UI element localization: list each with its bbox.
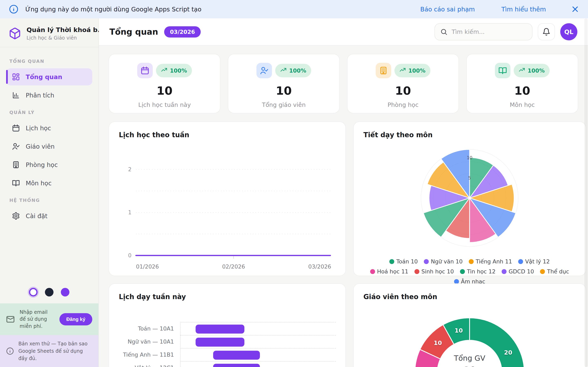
chart-card-teaching: Lịch dạy tuần này Toán — 10A1Ngữ văn — 1… (109, 284, 346, 367)
sidebar: Quản lý Thời khoá b... Lịch học & Giáo v… (0, 18, 99, 367)
sidebar-item-label: Phân tích (26, 92, 54, 99)
chart-title: Lịch dạy tuần này (119, 293, 336, 301)
info-icon (6, 347, 14, 355)
trend-badge: 100% (275, 64, 311, 77)
calendar-icon (137, 63, 153, 78)
legend-dot (469, 259, 474, 264)
stat-card-top: 100% (473, 63, 572, 78)
trend-value: 100% (408, 67, 425, 74)
theme-dot-light[interactable] (29, 288, 38, 296)
legend-item: Ngữ văn 10 (424, 258, 463, 265)
theme-switcher (0, 283, 98, 303)
svg-text:20: 20 (504, 349, 512, 356)
schedule-row: Toán — 10A1 (119, 322, 336, 335)
trend-value: 100% (170, 67, 187, 74)
schedule-row-label: Vật lý — 12C1 (119, 361, 180, 367)
stats-row: 100%10Lịch học tuần này100%10Tổng giáo v… (109, 54, 578, 113)
schedule-bar (213, 364, 260, 367)
banner-message: Ứng dụng này do một người dùng Google Ap… (25, 6, 201, 13)
app-subtitle: Lịch học & Giáo viên (26, 35, 105, 41)
schedule-row-label: Tiếng Anh — 11B1 (119, 348, 180, 361)
sidebar-item-tong-quan[interactable]: Tổng quan (6, 68, 92, 85)
sidebar-item-label: Lịch học (26, 125, 51, 132)
stat-card: 100%10Lịch học tuần này (109, 54, 221, 113)
scrollbar[interactable] (584, 18, 588, 367)
teaching-range-bar-chart: Toán — 10A1Ngữ văn — 10A1Tiếng Anh — 11B… (119, 322, 336, 367)
legend-item: Tiếng Anh 11 (469, 258, 512, 265)
mail-icon (6, 315, 15, 324)
legend-dot (424, 259, 429, 264)
schedule-row-track (180, 335, 336, 348)
svg-text:10: 10 (455, 327, 463, 334)
sidebar-item-phong-hoc[interactable]: Phòng học (6, 156, 92, 173)
trend-value: 100% (289, 67, 306, 74)
chart-title: Tiết dạy theo môn (363, 131, 576, 139)
periods-polar-chart: 510 (363, 139, 576, 253)
legend-dot (540, 269, 545, 274)
stat-label: Tổng giáo viên (234, 101, 333, 108)
schedule-bar (196, 325, 244, 334)
sidebar-item-label: Cài đặt (26, 212, 47, 220)
search-input[interactable] (452, 28, 527, 35)
sidebar-nav: TỔNG QUANTổng quanPhân tíchQUẢN LÝLịch h… (0, 47, 98, 226)
schedule-row-track (180, 322, 336, 335)
notifications-button[interactable] (538, 23, 555, 40)
legend-label: Tiếng Anh 11 (476, 258, 512, 265)
sidebar-item-phan-tich[interactable]: Phân tích (6, 87, 92, 104)
app-title: Quản lý Thời khoá b... (26, 26, 105, 33)
chart-title: Giáo viên theo môn (363, 293, 576, 301)
sidebar-item-cai-dat[interactable]: Cài đặt (6, 207, 92, 225)
schedule-row: Tiếng Anh — 11B1 (119, 348, 336, 361)
legend-label: Tin học 12 (467, 268, 495, 275)
stat-label: Lịch học tuần này (115, 101, 214, 108)
search-box[interactable] (434, 23, 532, 40)
svg-text:01/2026: 01/2026 (136, 263, 159, 270)
stat-card: 100%10Tổng giáo viên (228, 54, 340, 113)
report-abuse-link[interactable]: Báo cáo sai phạm (420, 6, 475, 13)
legend-item: GDCD 10 (502, 268, 534, 275)
svg-text:02/2026: 02/2026 (222, 263, 245, 270)
sidebar-item-label: Tổng quan (26, 73, 62, 81)
gear-icon (12, 212, 20, 220)
sidebar-item-mon-hoc[interactable]: Môn học (6, 175, 92, 192)
schedule-bar (213, 351, 260, 360)
legend-dot (389, 259, 394, 264)
avatar[interactable]: QL (560, 23, 577, 40)
sidebar-item-lich-hoc[interactable]: Lịch học (6, 119, 92, 137)
chart-card-periods: Tiết dạy theo môn 510 Toán 10Ngữ văn 10T… (353, 122, 586, 276)
sidebar-item-giao-vien[interactable]: Giáo viên (6, 138, 92, 155)
trend-up-icon (280, 67, 287, 75)
apps-script-banner: Ứng dụng này do một người dùng Google Ap… (0, 0, 588, 18)
theme-dot-purple[interactable] (61, 288, 69, 296)
chart-icon (12, 91, 20, 99)
trend-badge: 100% (156, 64, 192, 77)
building-icon (12, 161, 20, 169)
stat-label: Môn học (473, 101, 572, 108)
stat-card-top: 100% (234, 63, 333, 78)
legend-item: Hoá học 11 (370, 268, 408, 275)
stat-value: 10 (115, 84, 214, 97)
legend-item: Vật lý 12 (518, 258, 550, 265)
legend-label: Toán 10 (396, 258, 418, 265)
teachers-doughnut-chart: 202010101010Tổng GV10 (363, 304, 576, 367)
building-icon (376, 63, 391, 78)
theme-dot-dark[interactable] (45, 288, 53, 296)
svg-text:2: 2 (128, 166, 131, 173)
topbar: Tổng quan 03/2026 QL (99, 18, 588, 46)
trend-up-icon (519, 67, 525, 75)
book-icon (12, 179, 20, 187)
learn-more-link[interactable]: Tìm hiểu thêm (502, 6, 546, 13)
trial-notice-banner: Bản xem thử — Tạo bản sao Google Sheets … (0, 335, 98, 367)
schedule-row: Ngữ văn — 10A1 (119, 335, 336, 348)
weekly-line-chart: 21001/202602/202603/2026 (119, 139, 336, 271)
signup-button[interactable]: Đăng ký (60, 313, 92, 325)
legend-label: Hoá học 11 (377, 268, 408, 275)
legend-label: Vật lý 12 (525, 258, 550, 265)
stat-value: 10 (354, 84, 452, 97)
stat-card: 100%10Môn học (466, 54, 578, 113)
trial-notice-text: Bản xem thử — Tạo bản sao Google Sheets … (18, 340, 92, 362)
calendar-icon (12, 124, 20, 132)
schedule-row-track (180, 348, 336, 361)
close-banner-icon[interactable] (571, 5, 579, 13)
dashboard-content: 100%10Lịch học tuần này100%10Tổng giáo v… (99, 46, 588, 367)
